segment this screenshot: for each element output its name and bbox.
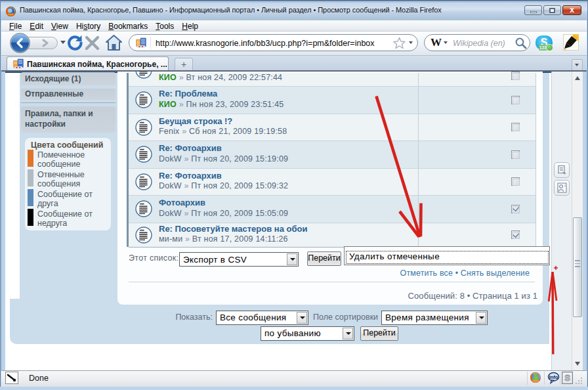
- svg-text:Info: Info: [549, 374, 558, 380]
